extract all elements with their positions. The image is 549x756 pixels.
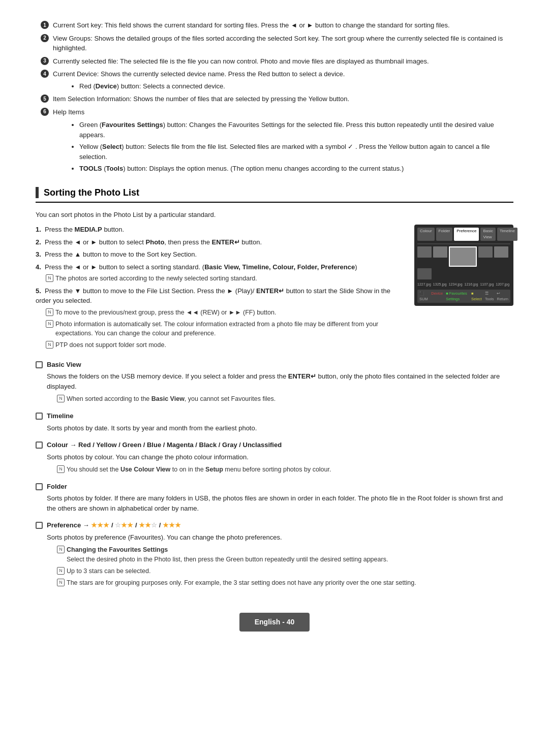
list-item-3: 3 Currently selected file: The selected … — [36, 56, 513, 67]
img-bottom-bar: ⬛ SUM Device ■ Favourites Settings ■ Sel… — [417, 290, 510, 303]
step-4: 4. Press the ◄ or ► button to select a s… — [36, 262, 404, 284]
list-item-1: 1 Current Sort key: This field shows the… — [36, 20, 513, 30]
step5-note-3: N PTP does not support folder sort mode. — [46, 340, 404, 350]
basic-view-note: N When sorted according to the Basic Vie… — [57, 394, 513, 404]
img-file-labels: 1227.jpg 1325.jpg 1234.jpg 1216.jpg 1107… — [417, 282, 510, 288]
step-2: 2. Press the ◄ or ► button to select Pho… — [36, 237, 404, 247]
note-icon-pref2: N — [57, 567, 65, 575]
img-tab-timeline: Timeline — [497, 228, 517, 241]
footer-badge: English - 40 — [239, 613, 310, 632]
circle-2: 2 — [41, 34, 49, 42]
img-tab-basicview: Basic View — [480, 228, 496, 241]
section-title-text: Sorting the Photo List — [44, 186, 139, 200]
pref-note-2: N Up to 3 stars can be selected. — [57, 566, 513, 576]
preference-title: Preference → ★★★ / ☆★★ / ★★☆ / ★★★ — [36, 520, 513, 530]
list-item-2: 2 View Groups: Shows the detailed groups… — [36, 34, 513, 53]
note-icon-5b: N — [46, 320, 53, 328]
basic-view-title: Basic View — [36, 360, 513, 370]
checkbox-icon-folder — [36, 483, 43, 490]
colour-body: Sorts photos by colour. You can change t… — [36, 452, 513, 475]
folder-body: Sorts photos by folder. If there are man… — [36, 493, 513, 513]
page-footer: English - 40 — [36, 613, 513, 632]
note-icon-pref3: N — [57, 579, 65, 586]
step4-note: N The photos are sorted according to the… — [46, 274, 404, 284]
item6-bullets: Green (Favourites Settings) button: Chan… — [63, 120, 513, 174]
section-title-sorting: Sorting the Photo List — [36, 186, 513, 203]
img-divider — [417, 243, 510, 244]
colour-note: N You should set the Use Colour View to … — [57, 465, 513, 475]
list-item-6: 6 Help Items — [36, 107, 513, 117]
folder-title: Folder — [36, 482, 513, 492]
step5-note-2: N Photo information is automatically set… — [46, 320, 404, 339]
intro-numbered-list: 1 Current Sort key: This field shows the… — [36, 20, 513, 79]
note-icon-5c: N — [46, 341, 53, 349]
subsection-preference: Preference → ★★★ / ☆★★ / ★★☆ / ★★★ Sorts… — [36, 520, 513, 587]
timeline-body: Sorts photos by date. It sorts by year a… — [36, 423, 513, 433]
subsection-timeline: Timeline Sorts photos by date. It sorts … — [36, 411, 513, 433]
pref-note-3: N The stars are for grouping purposes on… — [57, 578, 513, 588]
note-icon-5a: N — [46, 308, 53, 316]
thumb-2 — [433, 246, 447, 258]
thumb-5 — [417, 268, 432, 279]
checkbox-icon-preference — [36, 522, 43, 529]
step-3: 3. Press the ▲ button to move to the Sor… — [36, 249, 404, 260]
steps-with-image-container: 1. Press the MEDIA.P button. 2. Press th… — [36, 225, 513, 353]
checkbox-icon-basic — [36, 361, 43, 368]
step5-note-1: N To move to the previous/next group, pr… — [46, 308, 404, 318]
list-item-4: 4 Current Device: Shows the currently se… — [36, 69, 513, 79]
step-5: 5. Press the ▼ button to move to the Fil… — [36, 286, 404, 350]
checkbox-icon-timeline — [36, 413, 43, 420]
thumb-3 — [478, 246, 493, 258]
img-thumbnails — [417, 246, 510, 279]
img-tab-colour: Colour — [417, 228, 435, 241]
colour-title: Colour → Red / Yellow / Green / Blue / M… — [36, 440, 513, 450]
note-icon-pref1: N — [57, 546, 65, 553]
circle-1: 1 — [41, 21, 49, 29]
basic-view-body: Shows the folders on the USB memory devi… — [36, 371, 513, 404]
intro-paragraph: You can sort photos in the Photo List by… — [36, 210, 513, 220]
thumb-1 — [417, 246, 432, 258]
circle-6: 6 — [41, 108, 49, 116]
note-icon-basic: N — [57, 395, 65, 402]
img-tab-preference: Preference — [454, 228, 479, 241]
circle-4: 4 — [41, 70, 49, 78]
pref-note-1: N Changing the Favourites Settings Selec… — [57, 545, 513, 564]
img-tabs: Colour Folder Preference Basic View Time… — [417, 228, 510, 241]
checkbox-icon-colour — [36, 442, 43, 449]
timeline-title: Timeline — [36, 411, 513, 421]
thumb-4 — [494, 246, 508, 258]
item4-bullets: Red (Device) button: Selects a connected… — [63, 81, 513, 91]
circle-3: 3 — [41, 57, 49, 65]
preference-body: Sorts photos by preference (Favourites).… — [36, 532, 513, 588]
img-tab-folder: Folder — [436, 228, 453, 241]
intro-numbered-list-b: 5 Item Selection Information: Shows the … — [36, 94, 513, 117]
thumb-selected — [449, 246, 477, 267]
note-icon-4: N — [46, 274, 53, 282]
title-bar-decoration — [36, 187, 39, 198]
steps-column: 1. Press the MEDIA.P button. 2. Press th… — [36, 225, 404, 353]
subsection-basic-view: Basic View Shows the folders on the USB … — [36, 360, 513, 404]
subsection-colour: Colour → Red / Yellow / Green / Blue / M… — [36, 440, 513, 475]
note-icon-colour: N — [57, 465, 65, 473]
tv-ui-screenshot: Colour Folder Preference Basic View Time… — [414, 225, 513, 306]
steps-list: 1. Press the MEDIA.P button. 2. Press th… — [36, 225, 404, 350]
list-item-5: 5 Item Selection Information: Shows the … — [36, 94, 513, 104]
circle-5: 5 — [41, 94, 49, 103]
step-1: 1. Press the MEDIA.P button. — [36, 225, 404, 235]
subsection-folder: Folder Sorts photos by folder. If there … — [36, 482, 513, 514]
